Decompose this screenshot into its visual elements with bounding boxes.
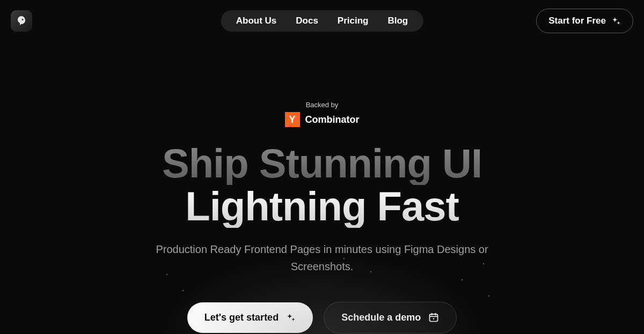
- backed-by-label: Backed by: [306, 101, 339, 109]
- start-for-free-label: Start for Free: [548, 16, 606, 26]
- nav-pricing[interactable]: Pricing: [338, 16, 369, 26]
- yc-logo-icon: Y: [285, 112, 300, 127]
- get-started-button[interactable]: Let's get started: [187, 302, 313, 333]
- main-nav: About Us Docs Pricing Blog: [221, 10, 423, 32]
- nav-docs[interactable]: Docs: [296, 16, 318, 26]
- schedule-demo-button[interactable]: Schedule a demo: [324, 302, 457, 333]
- hero-headline: Ship Stunning UI Lightning Fast: [162, 142, 482, 228]
- headline-line-1: Ship Stunning UI: [162, 142, 482, 185]
- calendar-icon: [428, 312, 439, 323]
- schedule-demo-label: Schedule a demo: [341, 312, 421, 323]
- site-header: About Us Docs Pricing Blog Start for Fre…: [0, 0, 644, 42]
- bird-icon: [15, 14, 28, 27]
- backed-by-badge: Backed by Y Combinator: [285, 101, 360, 127]
- cta-row: Let's get started Schedule a demo: [187, 302, 457, 333]
- yc-name: Combinator: [305, 114, 360, 125]
- headline-line-2: Lightning Fast: [162, 185, 482, 228]
- get-started-label: Let's get started: [204, 312, 279, 323]
- start-for-free-button[interactable]: Start for Free: [536, 9, 633, 33]
- logo[interactable]: [11, 10, 32, 32]
- hero-subheadline: Production Ready Frontend Pages in minut…: [156, 241, 488, 275]
- svg-point-4: [433, 318, 435, 320]
- sparkle-icon: [611, 16, 621, 26]
- hero-section: Backed by Y Combinator Ship Stunning UI …: [0, 42, 644, 333]
- svg-rect-0: [430, 314, 438, 321]
- yc-row: Y Combinator: [285, 112, 360, 127]
- sparkle-icon: [286, 313, 296, 322]
- nav-blog[interactable]: Blog: [387, 16, 408, 26]
- nav-about[interactable]: About Us: [236, 16, 277, 26]
